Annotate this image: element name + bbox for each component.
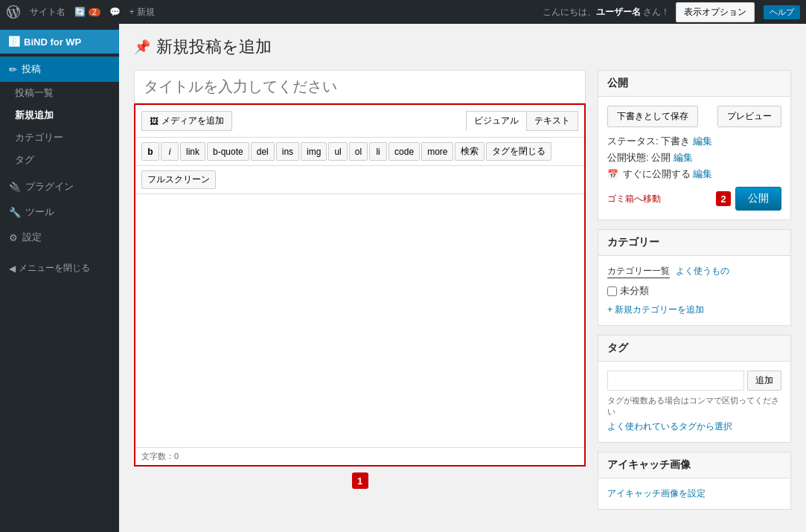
add-category-row: + 新規カテゴリーを追加 (607, 304, 781, 316)
format-close-tag[interactable]: タグを閉じる (486, 142, 551, 161)
tag-input[interactable] (607, 371, 744, 391)
format-search[interactable]: 検索 (455, 142, 484, 161)
format-ul[interactable]: ul (328, 142, 347, 161)
format-ol[interactable]: ol (349, 142, 368, 161)
publish-btn-group: 2 公開 (716, 187, 781, 211)
uncategorized-row: 未分類 (607, 284, 781, 298)
new-post-item[interactable]: + 新規 (129, 6, 155, 19)
editor-area: 🖼 メディアを追加 ビジュアル テキスト b i link b-quot (134, 70, 586, 519)
site-name[interactable]: サイト名 (30, 6, 65, 19)
page-title: 新規投稿を追加 (156, 36, 272, 58)
step2-badge-publish: 2 (716, 191, 731, 206)
sidebar-item-categories[interactable]: カテゴリー (0, 126, 119, 149)
sidebar: 🅱 BiND for WP ✏ 投稿 投稿一覧 新規追加 カテゴリー タグ 🔌 … (0, 24, 119, 532)
tags-widget-title: タグ (598, 336, 790, 362)
format-bquote[interactable]: b-quote (207, 142, 249, 161)
publish-time-edit-link[interactable]: 編集 (693, 168, 712, 179)
visibility-edit-link[interactable]: 編集 (674, 152, 693, 163)
admin-bar: サイト名 🔄 2 💬 + 新規 こんにちは、ユーザー名 さん！ 表示オプション … (0, 0, 806, 24)
tab-text[interactable]: テキスト (526, 111, 578, 131)
status-value: 下書き (661, 135, 690, 147)
status-row: ステータス: 下書き 編集 (607, 135, 781, 148)
uncategorized-label: 未分類 (620, 284, 649, 298)
sidebar-item-new-post[interactable]: 新規追加 (0, 104, 119, 126)
preview-button[interactable]: プレビュー (717, 106, 781, 127)
greeting-text: こんにちは、ユーザー名 さん！ (543, 6, 670, 19)
format-del[interactable]: del (251, 142, 275, 161)
category-all-tab[interactable]: カテゴリー一覧 (607, 265, 670, 278)
sidebar-item-plugins[interactable]: 🔌 プラグイン (0, 174, 119, 199)
post-title-input[interactable] (134, 70, 586, 103)
uncategorized-checkbox[interactable] (607, 286, 617, 296)
add-category-link[interactable]: + 新規カテゴリーを追加 (607, 304, 704, 315)
status-edit-link[interactable]: 編集 (693, 135, 712, 147)
tab-visual[interactable]: ビジュアル (466, 111, 526, 131)
posts-menu-title[interactable]: ✏ 投稿 (0, 57, 119, 82)
sidebar-widgets: 公開 下書きとして保存 プレビュー ステータス: 下書き 編集 公開状態: (598, 70, 791, 519)
format-li[interactable]: li (369, 142, 387, 161)
tools-icon: 🔧 (9, 207, 21, 218)
wp-logo[interactable] (6, 4, 21, 19)
format-img[interactable]: img (301, 142, 327, 161)
publish-action-row: ゴミ箱へ移動 2 公開 (607, 187, 781, 211)
tags-widget-body: 追加 タグが複数ある場合はコンマで区切ってください よく使われているタグから選択 (598, 362, 790, 442)
posts-submenu: 投稿一覧 新規追加 カテゴリー タグ (0, 82, 119, 171)
save-draft-button[interactable]: 下書きとして保存 (607, 106, 698, 127)
tag-select-link[interactable]: よく使われているタグから選択 (607, 421, 732, 432)
category-widget: カテゴリー カテゴリー一覧 よく使うもの 未分類 + 新規カテゴリーを追加 (598, 229, 791, 326)
step1-badge: 1 (352, 472, 368, 489)
update-badge: 2 (89, 8, 100, 16)
format-link[interactable]: link (180, 142, 205, 161)
visibility-value: 公開 (651, 152, 671, 163)
posts-section: ✏ 投稿 投稿一覧 新規追加 カテゴリー タグ (0, 57, 119, 171)
sidebar-item-settings[interactable]: ⚙ 設定 (0, 225, 119, 250)
content-grid: 🖼 メディアを追加 ビジュアル テキスト b i link b-quot (134, 70, 791, 519)
format-italic[interactable]: i (161, 142, 179, 161)
media-icon: 🖼 (150, 116, 159, 126)
main-content: 📌 新規投稿を追加 🖼 メディアを追加 ビジ (119, 24, 806, 532)
editor-format-buttons: b i link b-quote del ins img ul ol li co… (135, 138, 584, 166)
editor-toolbar-top: 🖼 メディアを追加 ビジュアル テキスト (135, 105, 584, 138)
tags-widget: タグ 追加 タグが複数ある場合はコンマで区切ってください よく使われているタグか… (598, 335, 791, 443)
category-tabs: カテゴリー一覧 よく使うもの (607, 265, 781, 278)
status-label: ステータス: (607, 135, 661, 147)
publish-time-row: 📅 すぐに公開する 編集 (607, 167, 781, 181)
updates-item[interactable]: 🔄 2 (74, 7, 100, 17)
display-options-button[interactable]: 表示オプション (676, 2, 755, 22)
plugin-icon: 🔌 (9, 182, 21, 193)
help-button[interactable]: ヘルプ (764, 5, 800, 19)
eyecatch-widget-body: アイキャッチ画像を設定 (598, 478, 790, 509)
format-bold[interactable]: b (141, 142, 159, 161)
tag-hint: タグが複数ある場合はコンマで区切ってください (607, 395, 781, 417)
publish-time-label: すぐに公開する (623, 168, 691, 179)
eyecatch-set-link[interactable]: アイキャッチ画像を設定 (607, 488, 706, 499)
visibility-label: 公開状態: (607, 152, 651, 163)
publish-button[interactable]: 公開 (735, 187, 781, 211)
format-ins[interactable]: ins (276, 142, 299, 161)
editor-fullscreen-row: フルスクリーン (135, 166, 584, 194)
trash-link[interactable]: ゴミ箱へ移動 (607, 193, 661, 205)
visibility-row: 公開状態: 公開 編集 (607, 151, 781, 164)
category-frequent-tab[interactable]: よく使うもの (676, 265, 729, 278)
publish-widget: 公開 下書きとして保存 プレビュー ステータス: 下書き 編集 公開状態: (598, 70, 791, 220)
publish-widget-body: 下書きとして保存 プレビュー ステータス: 下書き 編集 公開状態: 公開 編集 (598, 97, 790, 219)
add-tag-button[interactable]: 追加 (747, 371, 781, 391)
sidebar-item-post-list[interactable]: 投稿一覧 (0, 82, 119, 104)
pencil-icon: ✏ (9, 64, 17, 75)
eyecatch-widget-title: アイキャッチ画像 (598, 452, 790, 478)
bind-logo-icon: 🅱 (9, 36, 19, 48)
calendar-icon: 📅 (607, 169, 618, 179)
fullscreen-button[interactable]: フルスクリーン (141, 170, 216, 189)
arrow-icon: ◀ (9, 263, 16, 274)
editor-content-area[interactable] (135, 194, 584, 447)
sidebar-item-tools[interactable]: 🔧 ツール (0, 199, 119, 225)
sidebar-item-tags[interactable]: タグ (0, 149, 119, 171)
close-menu-button[interactable]: ◀ メニューを閉じる (0, 256, 119, 281)
format-more[interactable]: more (421, 142, 453, 161)
bind-logo[interactable]: 🅱 BiND for WP (0, 30, 119, 54)
page-title-area: 📌 新規投稿を追加 (134, 36, 791, 58)
comments-item[interactable]: 💬 (109, 7, 121, 17)
settings-icon: ⚙ (9, 232, 18, 243)
format-code[interactable]: code (388, 142, 420, 161)
add-media-button[interactable]: 🖼 メディアを追加 (141, 111, 232, 131)
